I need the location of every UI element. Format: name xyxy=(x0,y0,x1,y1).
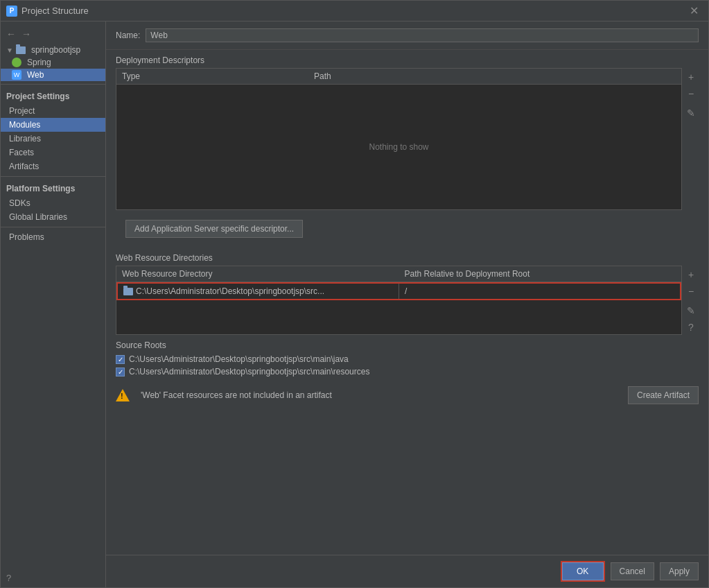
problems-label: Problems xyxy=(9,232,44,242)
name-input[interactable] xyxy=(146,28,699,42)
forward-button[interactable]: → xyxy=(20,27,33,41)
warning-text: 'Web' Facet resources are not included i… xyxy=(141,390,332,400)
type-col-header: Type xyxy=(116,69,308,84)
src-resources-path: C:\Users\Administrator\Desktop\springboo… xyxy=(129,367,369,377)
app-icon: P xyxy=(6,6,17,17)
tree-item-spring[interactable]: Spring xyxy=(1,56,105,69)
help-icon: ? xyxy=(6,573,11,583)
edit-wr-btn[interactable]: ✎ xyxy=(683,303,699,318)
help-button[interactable]: ? xyxy=(1,569,105,587)
sidebar-item-artifacts[interactable]: Artifacts xyxy=(1,159,105,173)
warning-row: 'Web' Facet resources are not included i… xyxy=(106,381,708,410)
add-app-server-descriptor-button[interactable]: Add Application Server specific descript… xyxy=(125,220,303,238)
folder-icon xyxy=(16,46,26,54)
ok-button[interactable]: OK xyxy=(562,562,604,580)
platform-settings-label: Platform Settings xyxy=(1,180,105,196)
window-title: Project Structure xyxy=(21,6,89,16)
web-resource-table-header: Web Resource Directory Path Relative to … xyxy=(116,266,681,282)
deployment-table: Type Path Nothing to show xyxy=(116,68,682,210)
web-resource-header: Web Resource Directories xyxy=(106,248,708,266)
right-panel-scroll[interactable]: Deployment Descriptors Type Path Nothing… xyxy=(106,50,708,555)
checkbox-java[interactable] xyxy=(116,355,125,364)
deployment-table-body: Nothing to show xyxy=(116,85,681,209)
sidebar-item-global-libraries[interactable]: Global Libraries xyxy=(1,210,105,224)
web-icon: W xyxy=(12,70,21,80)
name-label: Name: xyxy=(116,31,140,40)
tree-item-springbootjsp[interactable]: ▼ springbootjsp xyxy=(1,44,105,56)
global-libraries-label: Global Libraries xyxy=(9,212,67,222)
project-settings-label: Project Settings xyxy=(1,87,105,104)
sidebar: ← → ▼ springbootjsp Spring W Web Project… xyxy=(1,21,106,587)
deployment-table-area: Type Path Nothing to show + − ✎ xyxy=(116,68,699,210)
sidebar-item-facets[interactable]: Facets xyxy=(1,146,105,159)
src-java-path: C:\Users\Administrator\Desktop\springboo… xyxy=(129,354,349,364)
bottom-buttons: OK Cancel Apply https://blog.csdn.net/qq… xyxy=(106,555,708,587)
project-label: Project xyxy=(9,106,35,116)
main-content: ← → ▼ springbootjsp Spring W Web Project… xyxy=(1,21,708,587)
expand-icon: ▼ xyxy=(6,46,13,54)
checkbox-resources[interactable] xyxy=(116,368,125,377)
web-resource-toolbar: + − ✎ ? xyxy=(683,266,699,335)
divider3 xyxy=(1,227,105,227)
title-bar: P Project Structure ✕ xyxy=(1,1,708,21)
tree-label-web: Web xyxy=(27,70,44,80)
sidebar-item-problems[interactable]: Problems xyxy=(1,230,105,244)
path-col-header: Path xyxy=(308,69,681,84)
deployment-table-header: Type Path xyxy=(116,69,681,85)
edit-descriptor-btn[interactable]: ✎ xyxy=(683,105,699,121)
wr-cell1: C:\Users\Administrator\Desktop\springboo… xyxy=(118,284,399,299)
title-bar-left: P Project Structure xyxy=(6,6,89,17)
source-roots-title: Source Roots xyxy=(116,340,699,350)
tree-item-web[interactable]: W Web xyxy=(1,69,105,81)
sidebar-item-modules[interactable]: Modules xyxy=(1,118,105,132)
libraries-label: Libraries xyxy=(9,134,41,144)
deployment-descriptors-header: Deployment Descriptors xyxy=(106,50,708,68)
divider1 xyxy=(1,84,105,85)
add-descriptor-area: Add Application Server specific descript… xyxy=(106,210,708,248)
sdks-label: SDKs xyxy=(9,198,30,208)
source-root-java: C:\Users\Administrator\Desktop\springboo… xyxy=(116,353,699,365)
tree-label-spring: Spring xyxy=(27,58,51,67)
remove-descriptor-btn[interactable]: − xyxy=(683,86,699,101)
wr-col1-header: Web Resource Directory xyxy=(116,266,399,282)
right-panel: Name: Deployment Descriptors Type Path N… xyxy=(106,21,708,587)
facets-label: Facets xyxy=(9,148,34,157)
web-resource-table: Web Resource Directory Path Relative to … xyxy=(116,266,682,335)
nothing-to-show: Nothing to show xyxy=(369,142,428,152)
wr-cell2: / xyxy=(399,284,680,299)
create-artifact-button[interactable]: Create Artifact xyxy=(628,386,699,404)
source-root-resources: C:\Users\Administrator\Desktop\springboo… xyxy=(116,365,699,378)
cancel-button[interactable]: Cancel xyxy=(611,562,654,580)
web-resource-row[interactable]: C:\Users\Administrator\Desktop\springboo… xyxy=(116,282,681,300)
ok-btn-wrapper: OK xyxy=(561,561,605,582)
project-structure-window: P Project Structure ✕ ← → ▼ springbootjs… xyxy=(0,0,709,588)
question-wr-btn[interactable]: ? xyxy=(683,320,699,335)
back-button[interactable]: ← xyxy=(5,27,17,41)
warning-icon xyxy=(116,389,130,401)
tree-label-springbootjsp: springbootjsp xyxy=(31,45,80,55)
deployment-toolbar: + − ✎ xyxy=(683,68,699,210)
divider2 xyxy=(1,176,105,177)
add-wr-btn[interactable]: + xyxy=(683,267,699,282)
sidebar-item-project[interactable]: Project xyxy=(1,104,105,118)
modules-label: Modules xyxy=(9,120,40,130)
sidebar-item-libraries[interactable]: Libraries xyxy=(1,132,105,146)
wr-path: C:\Users\Administrator\Desktop\springboo… xyxy=(136,286,324,296)
close-button[interactable]: ✕ xyxy=(685,3,703,19)
wr-col2-header: Path Relative to Deployment Root xyxy=(399,266,682,282)
source-roots-section: Source Roots C:\Users\Administrator\Desk… xyxy=(106,335,708,381)
spring-icon xyxy=(12,58,21,67)
name-row: Name: xyxy=(106,21,708,50)
add-descriptor-btn[interactable]: + xyxy=(683,69,699,85)
nav-buttons: ← → xyxy=(1,24,105,44)
remove-wr-btn[interactable]: − xyxy=(683,284,699,299)
web-resource-table-area: Web Resource Directory Path Relative to … xyxy=(116,266,699,335)
sidebar-item-sdks[interactable]: SDKs xyxy=(1,196,105,210)
apply-button[interactable]: Apply xyxy=(660,562,699,580)
artifacts-label: Artifacts xyxy=(9,162,39,171)
folder-small-icon xyxy=(123,288,133,295)
